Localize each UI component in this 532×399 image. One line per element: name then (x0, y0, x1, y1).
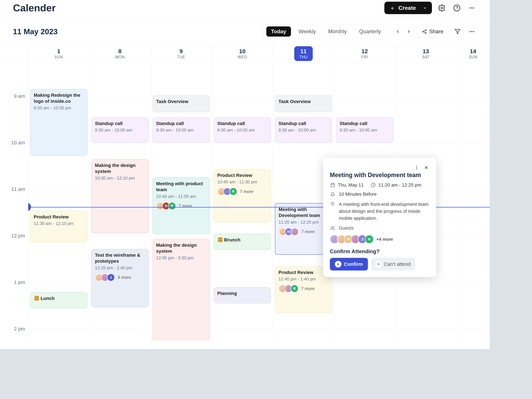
event-standup[interactable]: Standup call 9:30 am - 10:00 am (214, 117, 271, 143)
event-standup[interactable]: Standup call 9:30 am - 10:00 am (336, 117, 393, 143)
plus-circle-icon: ＋ (335, 261, 342, 267)
event-title: Test the wireframe & prototypes (95, 252, 145, 264)
more-button[interactable] (467, 3, 477, 13)
svg-point-5 (473, 7, 474, 8)
guests-icon (330, 225, 336, 231)
day-header[interactable]: 14SUN (456, 44, 490, 63)
create-button[interactable]: ＋ Create (384, 2, 432, 14)
svg-point-16 (416, 167, 417, 168)
event-title: Task Overview (156, 99, 206, 105)
prev-button[interactable] (394, 28, 402, 36)
svg-point-1 (454, 5, 460, 11)
event-avatars: S R 7 more (156, 202, 206, 210)
event-title: Product Review (279, 270, 329, 275)
time-column: 9 am 10 am 11 am 12 pm 1 pm 2 pm (0, 44, 28, 341)
svg-marker-11 (455, 29, 460, 34)
settings-button[interactable] (437, 3, 447, 13)
bell-icon (330, 191, 336, 197)
more-options-button[interactable] (467, 27, 477, 37)
avatar (291, 228, 298, 236)
event-design-system[interactable]: Making the design system 10:30 am - 12:1… (91, 159, 148, 233)
clock-icon (370, 182, 376, 188)
popover-reminder: 10 Minutes Before (339, 191, 377, 197)
event-design-system[interactable]: Making the design system 12:05 pm - 3:30… (153, 239, 210, 341)
event-standup[interactable]: Standup call 9:30 am - 10:00 am (91, 117, 148, 143)
popover-more-button[interactable] (413, 164, 420, 171)
svg-point-13 (471, 31, 472, 32)
event-lunch[interactable]: 🍔Lunch (30, 292, 87, 308)
more-count: 7 more (301, 286, 315, 291)
event-title: Brunch (224, 237, 241, 242)
event-task-overview[interactable]: Task Overview (275, 95, 332, 112)
more-count: 7 more (301, 229, 315, 234)
help-button[interactable] (452, 3, 462, 13)
chevron-down-icon (423, 6, 427, 10)
day-header[interactable]: 10WED (212, 44, 273, 63)
date-bar: 11 May 2023 Today Weekly Monthly Quarter… (0, 19, 490, 44)
event-task-overview[interactable]: Task Overview (153, 95, 210, 112)
svg-point-3 (470, 7, 471, 8)
event-standup[interactable]: Standup call 9:30 am - 10:00 am (153, 117, 210, 143)
avatar: J (107, 273, 115, 281)
next-button[interactable] (405, 28, 413, 36)
popover-close-button[interactable] (423, 164, 430, 171)
day-header[interactable]: 13SAT (395, 44, 456, 63)
burger-icon: 🍔 (34, 296, 40, 301)
svg-point-8 (425, 32, 426, 34)
event-test-wireframe[interactable]: Test the wireframe & prototypes 12:20 pm… (91, 249, 148, 307)
event-product-review[interactable]: Product Review 10:40 am - 11:30 pm R 7 m… (214, 169, 271, 222)
event-redesign-logo[interactable]: Making Redesign the logo of inside.co 8:… (30, 89, 87, 156)
more-count: 7 more (179, 203, 192, 209)
event-meeting-product[interactable]: Meeting with product team 10:40 am - 11:… (153, 177, 210, 234)
event-brunch[interactable]: 🍔Brunch (214, 234, 271, 250)
confirm-label: Confirm (344, 261, 363, 267)
decline-label: Can't attend (384, 261, 411, 267)
day-name: SUN (54, 55, 63, 59)
event-product-review[interactable]: Product Review 11:30 am - 12:10 pm (30, 211, 87, 242)
more-count: 7 more (240, 189, 253, 194)
event-time: 11:20 am - 12:25 pm (279, 220, 328, 225)
popover-date: Thu, May 11 (338, 182, 364, 188)
time-label: 2 pm (14, 326, 25, 332)
page-title: Calender (13, 2, 56, 14)
decline-button[interactable]: Can't attend (371, 258, 415, 271)
event-time: 11:30 am - 12:10 pm (34, 221, 84, 226)
day-name: THU (299, 55, 308, 59)
calendar-grid: 9 am 10 am 11 am 12 pm 1 pm 2 pm 11:23 1… (0, 44, 490, 341)
day-number: 10 (238, 48, 247, 55)
event-time: 10:40 am - 11:55 am (156, 194, 206, 199)
event-standup[interactable]: Standup call 9:30 am - 10:00 am (275, 117, 332, 143)
event-planning[interactable]: Planning (214, 287, 271, 303)
day-header[interactable]: 1SUN (28, 44, 89, 63)
day-columns: 11:23 1SUN Making Redesign the logo of i… (28, 44, 490, 341)
view-quarterly[interactable]: Quarterly (355, 26, 386, 37)
event-avatars: R 7 more (279, 285, 329, 293)
share-button[interactable]: Share (417, 25, 448, 38)
day-header-today[interactable]: 11THU (273, 44, 334, 63)
event-time: 9:30 am - 10:00 am (340, 127, 390, 133)
day-header[interactable]: 12FRI (334, 44, 395, 63)
event-title: Making the design system (156, 242, 206, 254)
avatar: R (291, 285, 298, 293)
day-column-wed: 10WED Standup call 9:30 am - 10:00 am Pr… (212, 44, 273, 341)
svg-point-17 (416, 169, 417, 169)
svg-point-15 (416, 166, 417, 167)
day-name: SUN (469, 55, 477, 59)
day-header[interactable]: 8MON (89, 44, 151, 63)
confirm-button[interactable]: ＋ Confirm (330, 258, 368, 271)
create-label: Create (398, 5, 416, 11)
nav-arrows (394, 28, 413, 36)
avatar: R (229, 188, 237, 196)
view-switch: Today Weekly Monthly Quarterly (262, 24, 390, 39)
event-title: Product Review (217, 172, 267, 178)
event-time: 10:30 am - 12:10 pm (95, 176, 145, 181)
filter-button[interactable] (453, 27, 462, 37)
view-weekly[interactable]: Weekly (294, 26, 321, 37)
day-header[interactable]: 9TUE (151, 44, 212, 63)
day-name: WED (238, 55, 247, 59)
view-today[interactable]: Today (266, 26, 291, 37)
event-title: Task Overview (279, 99, 329, 105)
view-monthly[interactable]: Monthly (323, 26, 351, 37)
time-label: 1 pm (14, 279, 25, 285)
event-time: 12:20 pm - 1:40 pm (95, 265, 145, 271)
